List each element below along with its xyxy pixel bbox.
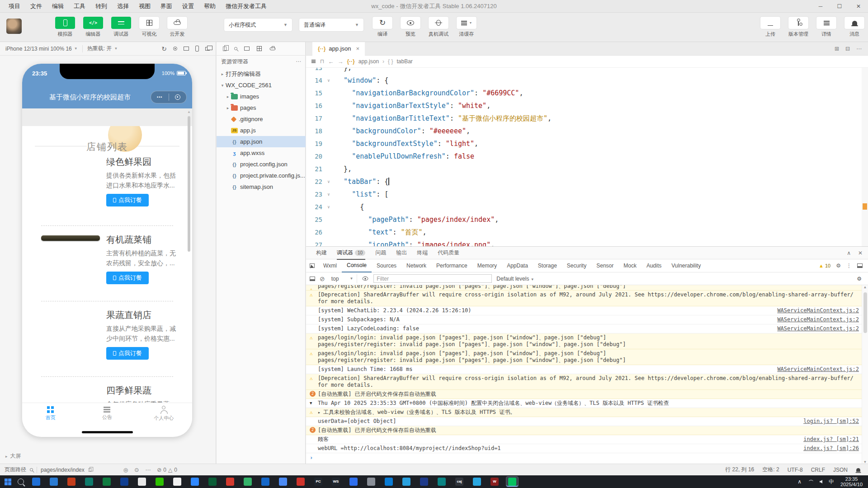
toolbar-版本管理[interactable]: 版本管理: [787, 17, 810, 38]
indent-setting[interactable]: 空格: 2: [762, 466, 779, 474]
console-message[interactable]: [system] WeChatLib: 2.23.4 (2024.2.26 15…: [306, 306, 862, 315]
menu-item-转到[interactable]: 转到: [91, 1, 111, 12]
console-message[interactable]: ⚠[Deprecation] SharedArrayBuffer will re…: [306, 291, 862, 306]
code-line-16[interactable]: 16 "navigationBarTextStyle": "white",: [306, 99, 849, 112]
taskbar-app-icon[interactable]: [436, 477, 448, 487]
file-item-sitemap.json[interactable]: {}sitemap.json: [217, 181, 306, 192]
devtools-tab-Memory[interactable]: Memory: [472, 259, 502, 272]
console-message[interactable]: [system] LazyCodeLoading: falseWAService…: [306, 324, 862, 333]
taskbar-app-icon[interactable]: [154, 477, 165, 487]
scrollbar-thumb[interactable]: [863, 292, 867, 333]
toolbar-编译[interactable]: ↻编译: [371, 17, 394, 38]
file-item-app.js[interactable]: JSapp.js: [217, 125, 306, 136]
forward-icon[interactable]: →: [337, 58, 343, 65]
code-line-21[interactable]: 21 },: [306, 163, 849, 175]
cloud-sync-icon[interactable]: [270, 47, 276, 50]
current-page-path[interactable]: pages/index/index: [41, 467, 85, 473]
collapse-panel-icon[interactable]: ∧: [847, 250, 851, 256]
file-item-project.config.json[interactable]: {}project.config.json: [217, 159, 306, 170]
taskbar-app-icon[interactable]: [418, 477, 430, 487]
screenshot-icon[interactable]: [184, 47, 189, 51]
editor-scrollbar[interactable]: [862, 68, 868, 246]
taskbar-app-icon[interactable]: [506, 477, 518, 487]
console-message[interactable]: webURL =http://localhost:8084/myproject/…: [306, 444, 862, 453]
code-line-25[interactable]: 25 "pagePath": "pages/index/index",: [306, 213, 849, 226]
devtools-tab-AppData[interactable]: AppData: [502, 259, 533, 272]
fold-icon[interactable]: ∨: [325, 188, 332, 201]
split-editor-icon[interactable]: [244, 47, 250, 51]
tab-公告[interactable]: 公告: [79, 403, 135, 424]
menu-item-视图[interactable]: 视图: [135, 1, 155, 12]
cursor-position[interactable]: 行 22, 列 16: [725, 466, 754, 474]
close-tab-icon[interactable]: ×: [356, 45, 360, 52]
taskbar-clock[interactable]: 23:35 2025/4/10: [840, 476, 863, 487]
search-icon[interactable]: [234, 47, 237, 50]
code-line-13[interactable]: 13 },: [306, 68, 849, 74]
menu-item-帮助[interactable]: 帮助: [200, 1, 220, 12]
debug-tab-代码质量[interactable]: 代码质量: [438, 249, 459, 257]
record-icon[interactable]: [173, 47, 177, 51]
toolbar-上传[interactable]: 上传: [759, 17, 782, 38]
tray-chevron-icon[interactable]: ∧: [797, 479, 802, 485]
menu-item-设置[interactable]: 设置: [178, 1, 198, 12]
console-prompt[interactable]: ›: [306, 453, 862, 462]
menu-item-项目[interactable]: 项目: [5, 1, 24, 12]
network-icon[interactable]: [808, 480, 813, 483]
live-expression-icon[interactable]: [363, 277, 368, 281]
file-item-.gitignore[interactable]: .gitignore: [217, 113, 306, 125]
devtools-tab-Storage[interactable]: Storage: [533, 259, 562, 272]
menu-item-文件[interactable]: 文件: [26, 1, 46, 12]
dock-side-icon[interactable]: [857, 263, 863, 268]
code-line-20[interactable]: 20 "enablePullDownRefresh": false: [306, 150, 849, 163]
start-button[interactable]: [5, 479, 11, 485]
file-item-app.json[interactable]: {}app.json: [217, 136, 306, 147]
code-line-19[interactable]: 19 "backgroundTextStyle": "light",: [306, 137, 849, 150]
menu-item-界面[interactable]: 界面: [156, 1, 176, 12]
rotate-device-icon[interactable]: [195, 46, 199, 52]
copy-path-icon[interactable]: [89, 468, 91, 472]
hot-reload-toggle[interactable]: 热重载: 开: [87, 45, 112, 52]
source-link[interactable]: index.js? [sm]:21: [803, 436, 859, 443]
close-panel-icon[interactable]: ✕: [858, 250, 863, 256]
taskbar-app-icon[interactable]: [295, 477, 307, 487]
taskbar-app-icon[interactable]: PC: [312, 477, 324, 487]
console-message[interactable]: ▼Thu Apr 10 2025 23:35:33 GMT+0800 (中国标准…: [306, 399, 862, 408]
source-link[interactable]: index.js? [sm]:26: [803, 445, 859, 452]
scrollbar-thumb[interactable]: [188, 116, 190, 252]
more-icon[interactable]: ⋯: [145, 467, 151, 473]
more-icon[interactable]: ⋯: [856, 46, 862, 52]
order-button[interactable]: 点我订餐: [106, 347, 149, 360]
exit-icon[interactable]: [169, 94, 187, 100]
more-options-icon[interactable]: ⋮: [846, 263, 852, 269]
devtools-tab-Audits[interactable]: Audits: [642, 259, 666, 272]
console-message[interactable]: 顾客index.js? [sm]:21: [306, 435, 862, 444]
console-message[interactable]: 2[自动热重载] 已开启代码文件保存后自动热重载: [306, 390, 862, 399]
taskbar-app-icon[interactable]: [365, 477, 377, 487]
menu-item-编辑[interactable]: 编辑: [48, 1, 68, 12]
toolbar-详情[interactable]: 详情: [815, 17, 838, 38]
context-selector[interactable]: top ▼: [330, 274, 358, 283]
console-filter-input[interactable]: [373, 274, 492, 283]
taskbar-app-icon[interactable]: [136, 477, 148, 487]
console-message[interactable]: ⚠pages/register/register: invalid page.j…: [306, 285, 862, 291]
code-area[interactable]: 13 },14∨ "window": {15 "navigationBarBac…: [306, 68, 868, 246]
more-icon[interactable]: •••: [151, 95, 169, 99]
menu-item-微信开发者工具[interactable]: 微信开发者工具: [222, 1, 271, 12]
breadcrumb-node[interactable]: tabBar: [396, 58, 412, 65]
code-line-17[interactable]: 17 "navigationBarTitleText": "基于微信小程序的校园…: [306, 112, 849, 125]
capsule-button[interactable]: •••: [151, 91, 187, 103]
back-icon[interactable]: ←: [328, 58, 334, 65]
inspect-element-icon[interactable]: [306, 259, 318, 272]
source-link[interactable]: WAServiceMainContext.js:2: [777, 366, 859, 373]
encoding[interactable]: UTF-8: [788, 467, 803, 473]
devtools-tab-Vulnerability[interactable]: Vulnerability: [666, 259, 706, 272]
volume-icon[interactable]: [820, 480, 822, 483]
taskbar-app-icon[interactable]: [83, 477, 95, 487]
console-message[interactable]: ⚠pages/login/login: invalid page.json ["…: [306, 333, 862, 349]
console-message[interactable]: [system] Subpackages: N/AWAServiceMainCo…: [306, 315, 862, 324]
fold-icon[interactable]: ∨: [325, 175, 332, 188]
ime-indicator[interactable]: 中: [829, 478, 834, 486]
taskbar-app-icon[interactable]: caj: [453, 477, 465, 487]
devtools-tab-Security[interactable]: Security: [562, 259, 591, 272]
scroll-up-arrow[interactable]: ▲: [187, 110, 191, 114]
